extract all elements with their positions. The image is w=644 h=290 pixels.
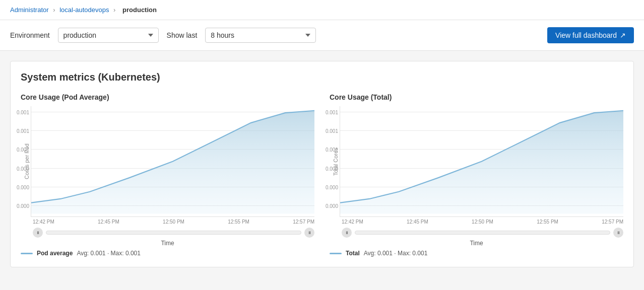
breadcrumb: Administrator › local-autodevops › produ… <box>0 0 644 20</box>
chart1-legend: Pod average Avg: 0.001 · Max: 0.001 <box>21 250 314 257</box>
breadcrumb-group[interactable]: local-autodevops <box>59 6 109 14</box>
y-tick: 0.000 <box>17 166 29 171</box>
chart1-svg <box>31 106 314 216</box>
chart2-title: Core Usage (Total) <box>330 93 623 101</box>
y-tick: 0.000 <box>326 184 338 190</box>
chart2-legend-series: Total <box>346 250 360 257</box>
chart1-legend-series: Pod average <box>37 250 73 257</box>
y-tick: 0.001 <box>17 109 29 115</box>
x-tick: 12:42 PM <box>342 219 363 225</box>
chart2-area: Total Cores 0.001 0.001 0.001 <box>330 106 623 217</box>
chart1-area: Cores per Pod 0.001 0.001 0.001 <box>21 106 314 217</box>
section-title: System metrics (Kubernetes) <box>21 71 623 83</box>
y-tick: 0.001 <box>17 128 29 134</box>
show-last-label: Show last <box>167 31 198 39</box>
chart1-scrollbar[interactable] <box>46 231 301 235</box>
x-tick: 12:55 PM <box>228 219 249 225</box>
chart1-x-label: Time <box>21 240 314 247</box>
y-tick: 0.000 <box>17 184 29 190</box>
chart1-controls: ⏸ ⏸ <box>33 228 314 238</box>
x-tick: 12:57 PM <box>293 219 314 225</box>
chart2-legend-line <box>330 253 342 254</box>
metrics-section: System metrics (Kubernetes) Core Usage (… <box>10 61 634 267</box>
chart1-pause-right[interactable]: ⏸ <box>304 228 314 238</box>
y-tick: 0.000 <box>326 203 338 209</box>
chart1-x-axis: 12:42 PM 12:45 PM 12:50 PM 12:55 PM 12:5… <box>21 217 314 225</box>
x-tick: 12:57 PM <box>602 219 623 225</box>
svg-marker-1 <box>340 111 623 214</box>
chart2-legend: Total Avg: 0.001 · Max: 0.001 <box>330 250 623 257</box>
external-link-icon: ↗ <box>620 31 626 39</box>
chart1-inner: 0.001 0.001 0.001 0.000 <box>31 106 314 217</box>
chart2-pause-right[interactable]: ⏸ <box>613 228 623 238</box>
dashboard-btn-label: View full dashboard <box>555 31 617 39</box>
chart1-title: Core Usage (Pod Average) <box>21 93 314 101</box>
breadcrumb-current: production <box>122 6 157 14</box>
environment-select[interactable]: production staging development <box>58 28 159 43</box>
x-tick: 12:50 PM <box>472 219 493 225</box>
chart1-legend-stats: Avg: 0.001 · Max: 0.001 <box>77 250 141 257</box>
chart2-inner: 0.001 0.001 0.001 0.000 <box>340 106 623 217</box>
y-tick: 0.000 <box>326 166 338 171</box>
time-range-select[interactable]: 1 hour 2 hours 4 hours 8 hours 24 hours … <box>205 28 316 43</box>
chart2-pause-left[interactable]: ⏸ <box>342 228 352 238</box>
x-tick: 12:55 PM <box>537 219 558 225</box>
y-tick: 0.001 <box>326 147 338 153</box>
chart2-controls: ⏸ ⏸ <box>342 228 623 238</box>
breadcrumb-sep2: › <box>113 6 115 14</box>
y-tick: 0.000 <box>17 203 29 209</box>
chart2-y-label: Total Cores <box>330 106 340 217</box>
y-tick: 0.001 <box>326 128 338 134</box>
chart1-legend-line <box>21 253 33 254</box>
breadcrumb-sep1: › <box>53 6 55 14</box>
charts-row: Core Usage (Pod Average) Cores per Pod 0… <box>21 93 623 257</box>
chart2-svg <box>340 106 623 216</box>
chart2-legend-stats: Avg: 0.001 · Max: 0.001 <box>364 250 428 257</box>
main-content: System metrics (Kubernetes) Core Usage (… <box>0 51 644 277</box>
chart2-scrollbar[interactable] <box>355 231 610 235</box>
x-tick: 12:50 PM <box>163 219 184 225</box>
x-tick: 12:45 PM <box>98 219 119 225</box>
toolbar: Environment production staging developme… <box>0 20 644 51</box>
x-tick: 12:42 PM <box>33 219 54 225</box>
svg-marker-0 <box>31 111 314 214</box>
chart1-pause-left[interactable]: ⏸ <box>33 228 43 238</box>
y-tick: 0.001 <box>17 147 29 153</box>
chart2-x-axis: 12:42 PM 12:45 PM 12:50 PM 12:55 PM 12:5… <box>330 217 623 225</box>
chart-total: Core Usage (Total) Total Cores 0.001 0.0… <box>330 93 623 257</box>
chart-pod-average: Core Usage (Pod Average) Cores per Pod 0… <box>21 93 314 257</box>
breadcrumb-admin[interactable]: Administrator <box>10 6 49 14</box>
chart2-x-label: Time <box>330 240 623 247</box>
chart1-y-label: Cores per Pod <box>21 106 31 217</box>
x-tick: 12:45 PM <box>407 219 428 225</box>
env-label: Environment <box>10 31 50 39</box>
view-dashboard-button[interactable]: View full dashboard ↗ <box>547 27 634 43</box>
y-tick: 0.001 <box>326 109 338 115</box>
